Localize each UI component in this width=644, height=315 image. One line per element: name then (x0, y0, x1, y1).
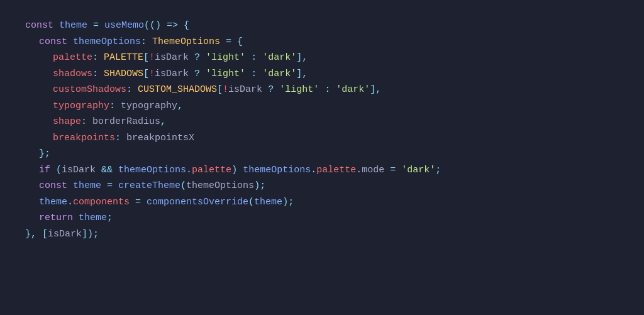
code-line: customShadows: CUSTOM_SHADOWS[!isDark ? … (25, 82, 619, 98)
code-token: : (81, 114, 92, 130)
code-token: isDark (228, 82, 262, 98)
code-token: ? (189, 66, 206, 82)
code-token: PALETTE (104, 50, 143, 66)
code-token: 'dark' (401, 162, 435, 179)
code-token: ); (282, 194, 294, 211)
code-token: const (39, 178, 73, 194)
code-line: theme.components = componentsOverride(th… (25, 194, 619, 211)
code-token: theme (254, 194, 282, 211)
code-token: breakpoints (53, 130, 115, 146)
code-token: = { (220, 34, 243, 50)
code-token: ]); (82, 226, 99, 243)
code-token: : (92, 66, 104, 82)
code-token: : (245, 50, 262, 66)
code-token: 'dark' (336, 82, 370, 98)
code-token: = (130, 194, 147, 211)
code-token: SHADOWS (104, 66, 143, 82)
code-token: . (356, 162, 362, 179)
code-token: ; (107, 210, 113, 226)
code-token: , (177, 98, 183, 114)
code-token: customShadows (53, 82, 126, 98)
code-line: }, [isDark]); (25, 226, 619, 243)
code-token: }; (39, 146, 50, 162)
code-line: const theme = useMemo(() => { (25, 18, 619, 34)
code-token: ], (296, 50, 308, 66)
code-token: . (186, 162, 192, 179)
code-token: return (39, 210, 79, 226)
code-token: themeOptions (118, 162, 186, 179)
code-token: ? (189, 50, 206, 66)
code-token: ThemeOptions (152, 34, 220, 50)
code-token: 'dark' (262, 50, 296, 66)
code-token: ! (149, 66, 155, 82)
code-token: themeOptions (73, 34, 141, 50)
code-token: CUSTOM_SHADOWS (138, 82, 217, 98)
code-line: typography: typography, (25, 98, 619, 114)
code-token: ], (296, 66, 308, 82)
code-token: const (39, 34, 73, 50)
code-token: = (384, 162, 401, 179)
code-line: shape: borderRadius, (25, 114, 619, 130)
code-line: return theme; (25, 210, 619, 226)
code-token: ( (180, 178, 186, 194)
code-token: breakpointsX (126, 130, 194, 146)
code-token: createTheme (118, 178, 180, 194)
code-token: , (160, 114, 166, 130)
code-token: ], (370, 82, 381, 98)
code-token: }, [ (25, 226, 48, 243)
code-token: isDark (155, 50, 189, 66)
code-token: themeOptions (186, 178, 254, 194)
code-token: ! (223, 82, 228, 98)
code-token: palette (192, 162, 231, 179)
code-token: palette (316, 162, 356, 179)
code-token: shape (53, 114, 81, 130)
code-token: theme (59, 18, 87, 34)
code-token: ( (248, 194, 254, 211)
code-line: }; (25, 146, 619, 162)
code-token: : (126, 82, 138, 98)
code-token: 'dark' (262, 66, 296, 82)
code-token: 'light' (279, 82, 319, 98)
code-token: typography (53, 98, 109, 114)
code-token: palette (53, 50, 92, 66)
code-token: { (184, 18, 189, 34)
code-token: 'light' (206, 66, 245, 82)
code-line: breakpoints: breakpointsX (25, 130, 619, 146)
code-token: ( (56, 162, 62, 179)
code-line: const theme = createTheme(themeOptions); (25, 178, 619, 194)
code-token: isDark (48, 226, 82, 243)
code-token: && (96, 162, 118, 179)
code-token: ? (262, 82, 279, 98)
code-token: : (141, 34, 152, 50)
code-token: const (25, 18, 59, 34)
code-token: isDark (155, 66, 189, 82)
code-line: if (isDark && themeOptions.palette) them… (25, 162, 619, 179)
code-token: ); (254, 178, 265, 194)
code-token: if (39, 162, 56, 179)
code-token: [ (143, 50, 149, 66)
code-token: borderRadius (92, 114, 160, 130)
code-token: useMemo (104, 18, 144, 34)
code-line: palette: PALETTE[!isDark ? 'light' : 'da… (25, 50, 619, 66)
code-token: ; (435, 162, 441, 179)
code-token: componentsOverride (147, 194, 248, 211)
code-content: const theme = useMemo(() => {const theme… (25, 18, 619, 242)
code-token: = (101, 178, 118, 194)
code-editor: const theme = useMemo(() => {const theme… (0, 0, 644, 315)
code-token: ) (231, 162, 243, 179)
code-token: theme (39, 194, 67, 211)
code-token: components (73, 194, 130, 211)
code-token: isDark (62, 162, 96, 179)
code-token: [ (143, 66, 149, 82)
code-token: : (109, 98, 121, 114)
code-token: typography (121, 98, 177, 114)
code-token: shadows (53, 66, 92, 82)
code-token: : (245, 66, 262, 82)
code-token: => (161, 18, 184, 34)
code-token: [ (217, 82, 223, 98)
code-token: = (87, 18, 104, 34)
code-token: : (319, 82, 336, 98)
code-token: theme (79, 210, 107, 226)
code-token: (() (144, 18, 161, 34)
code-token: : (115, 130, 126, 146)
